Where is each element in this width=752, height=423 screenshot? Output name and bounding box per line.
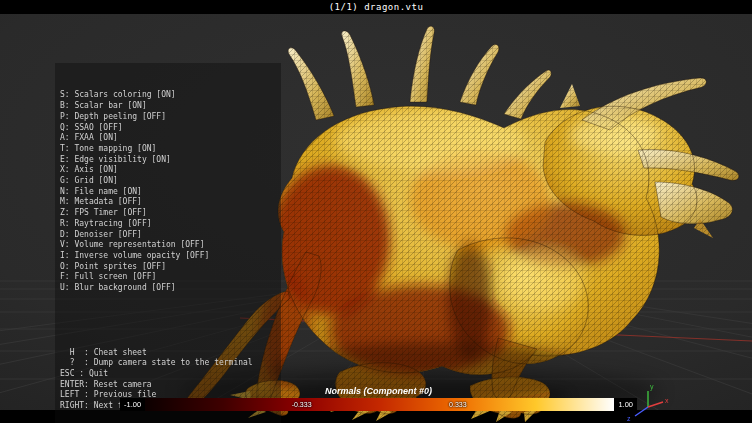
cheatsheet-toggle-line: D: Denoiser [OFF] [60,230,276,241]
scalar-bar-title: Normals (Component #0) [120,386,637,396]
cheatsheet-toggles: S: Scalars coloring [ON]B: Scalar bar [O… [60,90,276,293]
cheatsheet-toggle-line: P: Depth peeling [OFF] [60,112,276,123]
cheatsheet-toggle-line: I: Inverse volume opacity [OFF] [60,251,276,262]
cheatsheet-binding-line: H : Cheat sheet [60,348,276,359]
cheatsheet-toggle-line: F: Full screen [OFF] [60,272,276,283]
cheatsheet-toggle-line: N: File name [ON] [60,187,276,198]
cheatsheet-toggle-line: R: Raytracing [OFF] [60,219,276,230]
cheatsheet-toggle-line: S: Scalars coloring [ON] [60,90,276,101]
axis-z-label: z [627,415,631,422]
axis-x-label: x [665,397,669,404]
scalar-bar-tick-label: 0.333 [449,398,467,411]
titlebar: (1/1) dragon.vtu [0,0,752,14]
cheatsheet-toggle-line: M: Metadata [OFF] [60,197,276,208]
app-window: (1/1) dragon.vtu [0,0,752,423]
scalar-bar-min-label: -1.00 [120,398,145,411]
cheatsheet-toggle-line: B: Scalar bar [ON] [60,101,276,112]
scalar-bar: Normals (Component #0) -1.00 -0.3330.333… [120,386,637,411]
cheatsheet-binding-line: ? : Dump camera state to the terminal [60,358,276,369]
cheatsheet-toggle-line: G: Grid [ON] [60,176,276,187]
scalar-bar-max-label: 1.00 [614,398,637,411]
cheatsheet-toggle-line: T: Tone mapping [ON] [60,144,276,155]
cheatsheet-toggle-line: O: Point sprites [OFF] [60,262,276,273]
axis-y-label: y [650,383,654,391]
scalar-bar-gradient: -0.3330.333 [145,398,614,411]
cheatsheet-toggle-line: X: Axis [ON] [60,165,276,176]
cheatsheet-binding-line: ESC : Quit [60,369,276,380]
cheatsheet-toggle-line: E: Edge visibility [ON] [60,155,276,166]
cheatsheet-toggle-line: V: Volume representation [OFF] [60,240,276,251]
cheatsheet-gap [60,315,276,326]
cheatsheet-panel: S: Scalars coloring [ON]B: Scalar bar [O… [55,63,281,423]
scalar-bar-tick-label: -0.333 [292,398,312,411]
cheatsheet-toggle-line: Z: FPS Timer [OFF] [60,208,276,219]
cheatsheet-toggle-line: Q: SSAO [OFF] [60,123,276,134]
cheatsheet-toggle-line: A: FXAA [ON] [60,133,276,144]
window-title: (1/1) dragon.vtu [329,2,424,12]
cheatsheet-toggle-line: U: Blur background [OFF] [60,283,276,294]
